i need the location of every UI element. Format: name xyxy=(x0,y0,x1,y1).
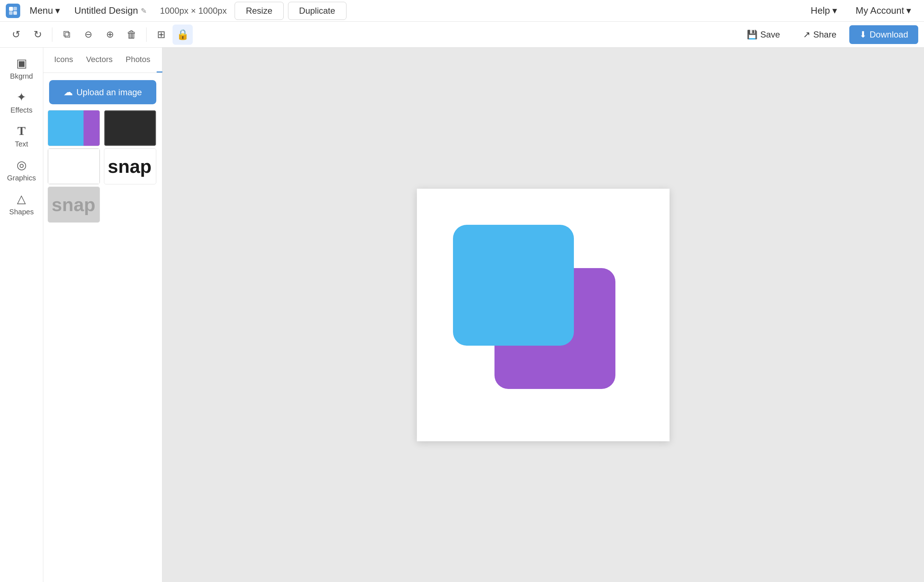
layer-up-button[interactable]: ⊕ xyxy=(100,25,120,45)
toolbar-divider-1 xyxy=(52,27,52,42)
help-label: Help xyxy=(811,5,830,16)
undo-icon: ↺ xyxy=(12,28,20,40)
snap-text-black: snap xyxy=(108,155,152,177)
text-label: Text xyxy=(15,140,28,148)
snap-text-gray: snap xyxy=(52,194,95,215)
tool-bkgrnd[interactable]: ▣ Bkgrnd xyxy=(3,52,40,84)
toolbar-divider-2 xyxy=(146,27,147,42)
header: Menu ▾ Untitled Design ✎ 1000px × 1000px… xyxy=(0,0,924,21)
tab-vectors[interactable]: Vectors xyxy=(80,48,119,73)
toolbar: ↺ ↻ ⧉ ⊖ ⊕ 🗑 ⊞ 🔒 💾 Save ↗ xyxy=(0,21,924,48)
my-account-label: My Account xyxy=(856,5,904,16)
svg-rect-0 xyxy=(9,7,13,11)
my-account-chevron-icon: ▾ xyxy=(906,5,911,16)
grid-button[interactable]: ⊞ xyxy=(151,25,171,45)
share-icon: ↗ xyxy=(803,30,810,40)
save-button[interactable]: 💾 Save xyxy=(737,25,790,44)
help-chevron-icon: ▾ xyxy=(832,5,837,16)
effects-label: Effects xyxy=(10,106,33,114)
app-logo xyxy=(6,3,20,18)
dimensions-label: 1000px × 1000px xyxy=(156,6,230,16)
graphics-icon: ◎ xyxy=(16,158,27,172)
upload-thumb-3[interactable] xyxy=(48,148,100,185)
upload-thumb-1[interactable] xyxy=(48,110,100,146)
download-icon: ⬇ xyxy=(860,30,866,40)
upload-btn-label: Upload an image xyxy=(76,87,142,97)
redo-button[interactable]: ↻ xyxy=(27,25,48,45)
tool-shapes[interactable]: △ Shapes xyxy=(3,188,40,220)
thumb-white-preview xyxy=(48,148,100,184)
menu-label: Menu xyxy=(30,5,53,16)
tool-panel: ▣ Bkgrnd ✦ Effects T Text ◎ Graphics △ S… xyxy=(0,48,43,582)
bkgrnd-icon: ▣ xyxy=(16,56,27,70)
upload-image-button[interactable]: ☁ Upload an image xyxy=(49,80,156,104)
thumb-snap-gray-preview: snap xyxy=(48,187,100,222)
undo-button[interactable]: ↺ xyxy=(6,25,26,45)
layer-down-icon: ⊖ xyxy=(84,29,92,40)
my-account-button[interactable]: My Account ▾ xyxy=(848,2,918,20)
duplicate-button[interactable]: Duplicate xyxy=(288,2,346,20)
share-label: Share xyxy=(813,30,836,40)
toolbar-left: ↺ ↻ ⧉ ⊖ ⊕ 🗑 ⊞ 🔒 xyxy=(6,25,193,45)
share-button[interactable]: ↗ Share xyxy=(793,25,846,44)
layer-down-button[interactable]: ⊖ xyxy=(78,25,99,45)
help-button[interactable]: Help ▾ xyxy=(804,2,844,20)
content-panel: Icons Vectors Photos Uploads ☆ ☁ Upload … xyxy=(43,48,162,582)
lock-icon: 🔒 xyxy=(177,28,189,40)
text-icon: T xyxy=(17,124,26,138)
bkgrnd-label: Bkgrnd xyxy=(10,72,33,81)
save-icon: 💾 xyxy=(747,30,757,40)
tool-text[interactable]: T Text xyxy=(3,120,40,152)
tab-photos[interactable]: Photos xyxy=(119,48,157,73)
svg-rect-2 xyxy=(9,11,13,15)
thumb-dark-preview xyxy=(104,110,156,146)
delete-icon: 🗑 xyxy=(127,28,137,40)
resize-button[interactable]: Resize xyxy=(234,2,283,20)
shapes-label: Shapes xyxy=(9,208,34,216)
download-label: Download xyxy=(870,30,908,40)
thumb-blue-purple-preview xyxy=(48,110,100,146)
thumb-snap-black-preview: snap xyxy=(104,148,156,184)
menu-chevron-icon: ▾ xyxy=(55,5,60,16)
uploads-grid: snap snap xyxy=(43,110,162,223)
svg-rect-5 xyxy=(83,110,99,146)
tool-effects[interactable]: ✦ Effects xyxy=(3,86,40,118)
canvas-area xyxy=(162,48,924,582)
tabs-row: Icons Vectors Photos Uploads ☆ xyxy=(43,48,162,73)
svg-rect-4 xyxy=(48,110,85,146)
copy-icon: ⧉ xyxy=(63,28,70,40)
design-title: Untitled Design xyxy=(74,5,138,16)
save-label: Save xyxy=(761,30,780,40)
svg-rect-3 xyxy=(13,11,17,15)
toolbar-right: 💾 Save ↗ Share ⬇ Download xyxy=(737,25,918,44)
delete-button[interactable]: 🗑 xyxy=(122,25,142,45)
main-layout: ▣ Bkgrnd ✦ Effects T Text ◎ Graphics △ S… xyxy=(0,48,924,582)
grid-icon: ⊞ xyxy=(157,28,165,40)
canvas-svg xyxy=(417,189,670,441)
effects-icon: ✦ xyxy=(16,90,26,104)
logo-icon xyxy=(8,6,18,15)
tool-graphics[interactable]: ◎ Graphics xyxy=(3,154,40,186)
upload-cloud-icon: ☁ xyxy=(64,87,73,98)
canvas-container[interactable] xyxy=(417,189,670,441)
title-button[interactable]: Untitled Design ✎ xyxy=(69,2,152,19)
redo-icon: ↻ xyxy=(33,28,42,40)
shapes-icon: △ xyxy=(17,192,26,206)
tab-icons[interactable]: Icons xyxy=(48,48,80,73)
graphics-label: Graphics xyxy=(7,174,36,182)
download-button[interactable]: ⬇ Download xyxy=(849,25,918,44)
upload-thumb-4[interactable]: snap xyxy=(104,148,156,185)
svg-rect-1 xyxy=(13,7,17,10)
upload-thumb-2[interactable] xyxy=(104,110,156,146)
edit-title-icon: ✎ xyxy=(141,7,147,15)
upload-thumb-5[interactable]: snap xyxy=(48,186,100,223)
layer-up-icon: ⊕ xyxy=(106,29,114,40)
copy-button[interactable]: ⧉ xyxy=(57,25,77,45)
menu-button[interactable]: Menu ▾ xyxy=(25,2,65,19)
lock-button[interactable]: 🔒 xyxy=(173,25,193,45)
svg-rect-7 xyxy=(453,225,574,346)
